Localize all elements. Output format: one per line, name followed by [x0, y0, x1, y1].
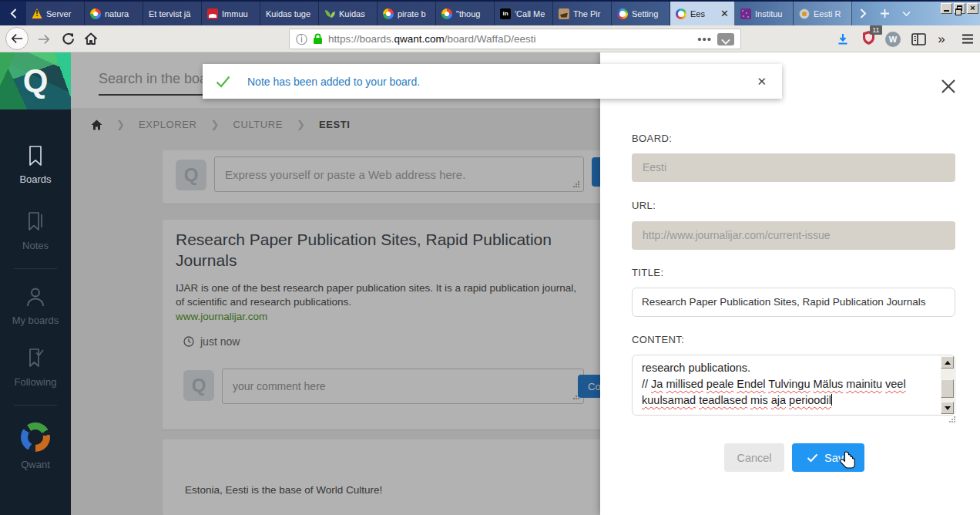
sidebar-toggle-icon[interactable] [908, 25, 928, 52]
tab-label: natura [105, 9, 137, 19]
tab-scroll-right-icon[interactable] [852, 2, 874, 25]
tab-label: Instituu [755, 9, 787, 19]
board-field-label: BOARD: [632, 133, 672, 144]
tab-label: Kuidas tuge [266, 9, 313, 19]
page-info-icon[interactable]: ⓘ [296, 33, 307, 45]
downloads-button[interactable] [834, 25, 852, 52]
sidebar-item-notes[interactable]: Notes [22, 211, 49, 251]
ship-icon [559, 8, 569, 19]
browser-tab[interactable]: The Pir [553, 2, 612, 25]
cancel-button[interactable]: Cancel [724, 443, 784, 472]
browser-tab[interactable]: Et tervist jä [143, 2, 202, 25]
menu-hamburger-icon[interactable] [957, 25, 978, 52]
https-lock-icon [313, 33, 323, 45]
browser-tab[interactable]: natura [85, 2, 143, 25]
browser-tab[interactable]: "thoug [436, 2, 495, 25]
tabbar-spacer [917, 2, 941, 25]
content-textarea[interactable]: research publications. // Ja millised pe… [632, 355, 955, 416]
sidebar-item-my-boards[interactable]: My boards [12, 286, 59, 326]
resize-grip-icon[interactable] [949, 416, 955, 422]
adblock-shield-icon[interactable]: 11 [858, 25, 878, 52]
restore-button[interactable] [954, 3, 965, 14]
refresh-button[interactable] [57, 25, 79, 52]
page-actions-icon[interactable]: ••• [697, 32, 712, 45]
close-window-button[interactable]: × [967, 3, 978, 14]
text-caret [831, 394, 832, 406]
person-icon [25, 286, 46, 308]
check-icon [807, 453, 818, 463]
browser-tab[interactable]: Eesti R [794, 2, 852, 25]
browser-tab-active[interactable]: Ees ✕ [670, 2, 735, 25]
url-text: https://boards.qwant.com/board/WaffaD/ee… [328, 33, 692, 45]
qwant-logo-icon [21, 422, 50, 452]
content-field-label: CONTENT: [632, 334, 684, 345]
address-bar[interactable]: ⓘ https://boards.qwant.com/board/WaffaD/… [289, 29, 741, 49]
extension-w-icon[interactable]: W [884, 25, 902, 52]
window-controls: × [941, 2, 980, 25]
mouse-cursor-hand [839, 450, 859, 472]
scroll-up-icon[interactable] [941, 356, 954, 369]
save-note-panel: BOARD: Eesti URL: http://www.journalijar… [600, 52, 980, 515]
browser-tab[interactable]: Server [26, 2, 85, 25]
sidebar-item-label: My boards [12, 315, 59, 326]
tab-label: Setting [632, 9, 664, 19]
google-icon [90, 8, 101, 19]
tab-label: Ees [690, 9, 715, 19]
tab-label: The Pir [573, 9, 606, 19]
qwant-q-icon: Q [23, 65, 49, 97]
browser-toolbar: ⓘ https://boards.qwant.com/board/WaffaD/… [0, 25, 980, 52]
purple-site-icon [740, 8, 751, 19]
tab-list-dropdown-icon[interactable] [895, 2, 917, 25]
pocket-save-icon[interactable] [717, 33, 734, 45]
toast-message: Note has been added to your board. [247, 76, 757, 88]
scrollbar-thumb[interactable] [941, 379, 954, 398]
tab-close-icon[interactable]: ✕ [720, 8, 729, 19]
textarea-scrollbar[interactable] [941, 356, 954, 414]
qwant-boards-logo[interactable]: Q [0, 52, 71, 109]
tab-label: 'Call Me [515, 9, 547, 19]
bookmark-check-icon [25, 348, 45, 369]
back-button[interactable] [5, 27, 29, 50]
browser-tab[interactable]: Kuidas [319, 2, 378, 25]
url-field-label: URL: [632, 200, 656, 211]
sidebar-divider [14, 405, 57, 406]
tab-label: Server [46, 9, 79, 19]
toast-close-icon[interactable]: ✕ [757, 75, 767, 89]
browser-tab[interactable]: pirate b [378, 2, 436, 25]
browser-tab[interactable]: Setting [612, 2, 670, 25]
round-badge-icon [799, 8, 810, 19]
browser-tab[interactable]: in 'Call Me [495, 2, 553, 25]
content-text: research publications. // Ja millised pe… [633, 355, 941, 415]
tab-label: "thoug [456, 9, 488, 19]
browser-tab[interactable]: Immuu [202, 2, 260, 25]
browser-tab[interactable]: Instituu [735, 2, 794, 25]
new-tab-button[interactable] [874, 2, 895, 25]
sidebar-item-label: Qwant [21, 459, 50, 470]
browser-tab-bar: Server natura Et tervist jä Immuu Kuidas… [0, 0, 980, 25]
overflow-chevrons-icon[interactable]: » [931, 25, 951, 52]
success-toast: Note has been added to your board. ✕ [203, 64, 782, 99]
sidebar-item-qwant[interactable]: Qwant [21, 422, 50, 470]
tab-label: pirate b [398, 9, 430, 19]
sidebar-item-label: Following [15, 376, 57, 388]
minimize-button[interactable] [941, 3, 952, 14]
sidebar-item-label: Boards [19, 173, 51, 185]
browser-window: Server natura Et tervist jä Immuu Kuidas… [0, 0, 980, 515]
forward-button[interactable] [34, 25, 54, 52]
home-button[interactable] [80, 25, 102, 52]
sidebar-item-following[interactable]: Following [15, 348, 57, 388]
sidebar-divider [14, 268, 57, 269]
browser-tab[interactable]: Kuidas tuge [260, 2, 319, 25]
scroll-down-icon[interactable] [941, 402, 954, 414]
notes-bookmark-icon [25, 211, 45, 233]
google-icon [441, 8, 452, 19]
title-field[interactable]: Research Paper Publication Sites, Rapid … [632, 288, 955, 317]
sidebar-item-boards[interactable]: Boards [19, 145, 51, 185]
qwant-icon [617, 8, 628, 19]
linkedin-icon: in [500, 8, 511, 19]
url-field: http://www.journalijar.com/current-issue [632, 221, 955, 250]
sidebar-item-label: Notes [22, 240, 49, 251]
qwant-icon [676, 8, 686, 19]
tab-scroll-left-icon[interactable] [0, 2, 26, 25]
panel-close-icon[interactable] [941, 79, 956, 94]
